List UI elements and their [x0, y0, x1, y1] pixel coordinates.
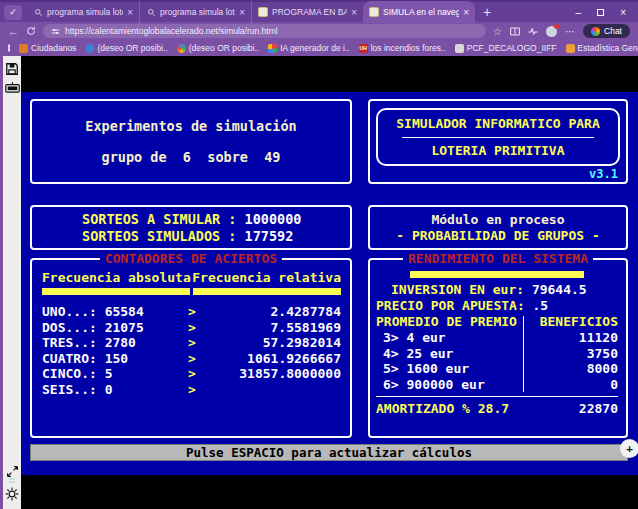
minimize-button[interactable]: – [576, 7, 582, 18]
tab-basic-program[interactable]: PROGRAMA EN BASIC SIMULADOR L × [251, 1, 363, 23]
premios-headers: PROMEDIO DE PREMIOBENEFICIOS [376, 314, 618, 330]
document-favicon [455, 44, 464, 53]
window-close-button[interactable]: × [620, 7, 626, 18]
page-favicon [258, 7, 268, 17]
bookmark-favicon [566, 44, 575, 53]
save-icon[interactable] [5, 62, 19, 76]
modulo-panel: Módulo en proceso - PROBABILIDAD DE GRUP… [368, 205, 628, 250]
table-row: 3> 4 eur11120 [376, 330, 618, 346]
experiments-line1: Experimentos de simulación [32, 118, 350, 134]
bookmark-incendios[interactable]: UH los incendios fores.. [359, 43, 446, 53]
maximize-button[interactable] [597, 9, 604, 16]
modulo-line1: Módulo en proceso [370, 212, 626, 228]
title-underline-bar [410, 271, 584, 278]
url-text: https://calentamientoglobalacelerado.net… [65, 26, 278, 36]
fullscreen-expand-icon[interactable] [6, 465, 19, 478]
search-icon [33, 7, 43, 17]
sorteos-simulados-line: SORTEOS SIMULADOS : 177592 [82, 228, 350, 245]
simulator-title-line1: SIMULADOR INFORMATICO PARA [396, 116, 600, 131]
toolbar-icons: ☆ ⋯ Chat [493, 24, 630, 38]
address-toolbar: ← https://calentamientoglobalacelerado.n… [0, 22, 638, 40]
bookmark-favicon [268, 44, 277, 53]
bookmark-estadistica[interactable]: Estadística General.. [566, 43, 638, 53]
back-button[interactable]: ← [8, 26, 19, 37]
table-row: 4> 25 eur3750 [376, 346, 618, 362]
bookmark-pcf-decalogo[interactable]: PCF_DECALOGO_IIFF [455, 43, 557, 53]
inversion-line: INVERSION EN eur: 79644.5 [376, 282, 618, 298]
close-icon[interactable]: × [127, 7, 133, 18]
tab-title: programa simula loteria primitiva [160, 7, 235, 17]
globe-favicon [177, 44, 186, 53]
search-icon [146, 7, 156, 17]
close-icon[interactable]: × [463, 7, 469, 18]
profile-avatar[interactable] [546, 26, 557, 37]
bookmark-ia-generador[interactable]: IA generador de i.. [268, 43, 349, 53]
check-icon: ✓ [9, 7, 17, 17]
bookmark-favicon [85, 44, 94, 53]
tab-title: SIMULA en el navegador [383, 7, 459, 17]
table-row: 6> 900000 eur0 [376, 377, 618, 393]
uh-favicon: UH [359, 44, 368, 53]
page-viewport: Experimentos de simulación grupo de 6 so… [0, 56, 638, 509]
contadores-title: CONTADORES DE ACIERTOS [100, 251, 282, 266]
copilot-logo-icon [591, 27, 600, 36]
window-controls: – × [576, 7, 638, 18]
tab-actions-button[interactable]: ✓ [4, 5, 22, 20]
keyboard-icon[interactable] [5, 82, 20, 93]
chat-label: Chat [604, 26, 622, 36]
favorite-star-icon[interactable]: ☆ [493, 26, 502, 37]
bookmark-window-icon[interactable] [8, 44, 10, 52]
refresh-button[interactable] [26, 26, 36, 36]
left-rail [0, 56, 21, 509]
tab-search-2[interactable]: programa simula loteria primitiva × [139, 1, 251, 23]
browser-essentials-icon[interactable] [528, 27, 538, 36]
page-favicon [369, 7, 379, 17]
sorteos-a-simular-line: SORTEOS A SIMULAR : 1000000 [82, 211, 350, 228]
version-label: v3.1 [589, 167, 618, 181]
rendimiento-panel: RENDIMIENTO DEL SISTEMA INVERSION EN eur… [368, 258, 628, 438]
close-icon[interactable]: × [239, 7, 245, 18]
table-row: 5> 1600 eur8000 [376, 361, 618, 377]
tab-title: PROGRAMA EN BASIC SIMULADOR L [272, 7, 347, 17]
header-underline-bars [42, 288, 341, 295]
more-menu-icon[interactable]: ⋯ [565, 26, 575, 37]
bookmark-deseo-2[interactable]: (deseo OR posibi.. [177, 43, 259, 53]
rendimiento-title: RENDIMIENTO DEL SISTEMA [403, 251, 593, 266]
table-row: CUATRO: 150>1061.9266667 [42, 351, 341, 367]
rail-extension-icon [9, 478, 16, 484]
split-screen-icon[interactable] [510, 27, 520, 36]
sorteos-panel: SORTEOS A SIMULAR : 1000000 SORTEOS SIMU… [30, 205, 352, 250]
simulator-title-panel: SIMULADOR INFORMATICO PARA LOTERIA PRIMI… [368, 99, 628, 184]
settings-gear-icon[interactable] [5, 487, 19, 501]
divider [402, 137, 594, 138]
status-bar: Pulse ESPACIO para actualizar cálculos [30, 444, 628, 461]
address-bar[interactable]: https://calentamientoglobalacelerado.net… [43, 24, 486, 38]
modulo-line2: - PROBABILIDAD DE GRUPOS - [370, 228, 626, 244]
contadores-headers: Frecuencia absolutaFrecuencia relativa [42, 270, 341, 285]
table-row: DOS...: 21075>7.5581969 [42, 320, 341, 336]
close-icon[interactable]: × [351, 7, 357, 18]
new-tab-button[interactable]: + [483, 4, 491, 20]
bookmark-favicon [19, 44, 28, 53]
tab-title: programa simula loteria primitiva [47, 7, 123, 17]
site-info-icon[interactable] [51, 27, 60, 36]
virtual-controls-button[interactable]: + [620, 439, 638, 458]
dos-simulator-screen: Experimentos de simulación grupo de 6 so… [21, 92, 638, 475]
experiments-panel: Experimentos de simulación grupo de 6 so… [30, 99, 352, 184]
column-divider [523, 316, 524, 392]
tab-bar: ✓ programa simula loteria primitiva × pr… [0, 0, 638, 22]
copilot-chat-button[interactable]: Chat [583, 24, 630, 38]
table-row: UNO...: 65584>2.4287784 [42, 304, 341, 320]
table-row: CINCO.: 5>31857.8000000 [42, 366, 341, 382]
bookmark-ciudadanos[interactable]: Ciudadanos [19, 43, 76, 53]
table-row: TRES..: 2780>57.2982014 [42, 335, 341, 351]
status-text: Pulse ESPACIO para actualizar cálculos [186, 445, 472, 460]
tab-simula-active[interactable]: SIMULA en el navegador × [363, 1, 475, 23]
tab-search-1[interactable]: programa simula loteria primitiva × [27, 1, 139, 23]
experiments-line2: grupo de 6 sobre 49 [32, 149, 350, 165]
simulator-title-inner-box: SIMULADOR INFORMATICO PARA LOTERIA PRIMI… [376, 108, 620, 166]
bookmark-deseo-1[interactable]: (deseo OR posibi.. [85, 43, 167, 53]
precio-line: PRECIO POR APUESTA: .5 [376, 298, 618, 314]
contadores-panel: CONTADORES DE ACIERTOS Frecuencia absolu… [30, 258, 352, 438]
premios-table: PROMEDIO DE PREMIOBENEFICIOS 3> 4 eur111… [376, 314, 618, 392]
